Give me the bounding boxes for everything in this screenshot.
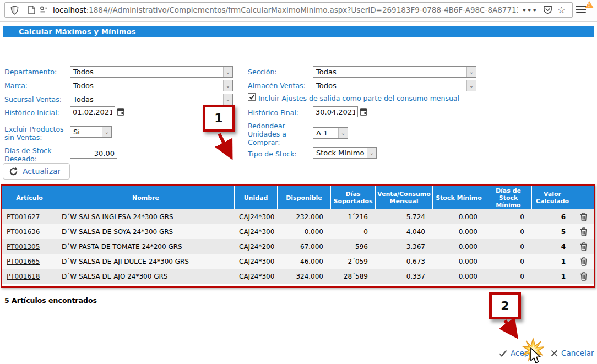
nombre-cell: D´W SALSA INGLESA 24*300 GRS (57, 213, 235, 221)
departamento-select[interactable]: Todos⌄ (70, 66, 233, 78)
toolbar-divider (23, 5, 23, 15)
redondear-select[interactable]: A 1⌄ (313, 127, 348, 139)
column-header[interactable]: Valor Calculado (532, 186, 573, 209)
tipo-stock-label: Tipo de Stock: (248, 150, 297, 158)
seccion-select[interactable]: Todas⌄ (313, 66, 476, 78)
callout-2: 2 (489, 292, 521, 319)
dias-stock-minimo-cell: 0 (485, 213, 532, 221)
dias-soportados-cell: 0 (331, 228, 376, 236)
column-header[interactable] (573, 186, 594, 209)
table-row: PT001618D´W SALSA DE AJO 24*300 GRSCAJ24… (2, 269, 594, 284)
historico-inicial-input[interactable] (70, 106, 115, 117)
callout-1-number: 1 (214, 111, 222, 125)
table-row: PT001665D´W SALSA DE AJI DULCE 24*300 GR… (2, 254, 594, 269)
valor-calculado-cell: 6 (532, 213, 573, 221)
cancelar-button[interactable]: Cancelar (551, 349, 594, 357)
tipo-stock-select[interactable]: Stock Mínimo⌄ (313, 147, 377, 159)
almacen-ventas-select[interactable]: Todos⌄ (313, 80, 476, 91)
page-actions-icon[interactable]: ••• (522, 6, 538, 14)
articulo-link[interactable]: PT001305 (7, 243, 40, 251)
calendar-icon[interactable] (115, 106, 126, 117)
address-bar[interactable]: localhost:1884//Administrativo/Complemen… (4, 2, 573, 18)
actualizar-button[interactable]: Actualizar (3, 163, 70, 180)
column-header[interactable]: Días de Stock Mínimo (485, 186, 532, 209)
articulo-link: PT001665 (2, 258, 57, 265)
delete-cell[interactable] (573, 257, 594, 266)
column-header[interactable]: Stock Mínimo (433, 186, 485, 209)
shield-icon[interactable] (8, 4, 20, 16)
articulo-link[interactable]: PT001665 (7, 258, 40, 265)
callout-1: 1 (203, 105, 235, 132)
column-header[interactable]: Venta/Consumo Mensual (376, 186, 433, 209)
dias-soportados-cell: 2´059 (331, 258, 376, 265)
refresh-icon (9, 167, 18, 176)
valor-calculado-cell: 5 (532, 228, 573, 236)
tipo-stock-value: Stock Mínimo (313, 149, 367, 157)
articulo-link: PT001636 (2, 228, 57, 236)
venta-consumo-cell: 5.724 (376, 213, 433, 221)
column-header[interactable]: Unidad (235, 186, 278, 209)
column-header[interactable]: Disponible (278, 186, 331, 209)
column-header[interactable]: Días Soportados (331, 186, 376, 209)
marca-select[interactable]: Todos⌄ (70, 80, 233, 91)
menu-icon[interactable] (576, 4, 590, 17)
close-icon (551, 350, 558, 357)
dias-stock-deseado-input[interactable] (70, 148, 117, 159)
articulo-link[interactable]: PT001636 (7, 228, 40, 236)
incluir-ajustes-label: Incluir Ajustes de salida como parte del… (258, 94, 459, 102)
url-text[interactable]: localhost:1884//Administrativo/Complemen… (53, 6, 518, 14)
nombre-cell: D´W SALSA DE AJO 24*300 GRS (57, 273, 235, 280)
marca-label: Marca: (4, 82, 28, 90)
delete-cell[interactable] (573, 213, 594, 221)
page-icon[interactable] (25, 4, 37, 16)
dias-stock-minimo-cell: 0 (485, 228, 532, 236)
sucursal-ventas-label: Sucursal Ventas: (4, 95, 62, 104)
url-host: localhost (53, 6, 86, 14)
column-header[interactable]: Nombre (57, 186, 235, 209)
articulo-link[interactable]: PT001627 (7, 213, 40, 221)
trash-icon (580, 257, 588, 266)
excluir-productos-label: Excluir Productos sin Ventas: (4, 125, 66, 142)
calendar-icon[interactable] (358, 106, 368, 117)
excluir-productos-select[interactable]: Si⌄ (70, 126, 112, 138)
nombre-cell: D´W SALSA DE SOYA 24*300 GRS (57, 228, 235, 236)
venta-consumo-cell: 4.040 (376, 228, 433, 236)
results-table-annotation-box: ArtículoNombreUnidadDisponibleDías Sopor… (1, 184, 595, 288)
aceptar-button[interactable]: Aceptar (498, 349, 539, 357)
unidad-cell: CAJ24*300 (235, 228, 278, 236)
disponible-cell: 0.000 (278, 228, 331, 236)
dias-stock-minimo-cell: 0 (485, 243, 532, 251)
unidad-cell: CAJ24*300 (235, 213, 278, 221)
app-page: Calcular Máximos y Mínimos Departamento:… (0, 23, 597, 364)
redondear-label: Redondear Unidades a Comprar: (248, 122, 298, 146)
delete-cell[interactable] (573, 227, 594, 236)
historico-final-input[interactable] (313, 106, 358, 117)
sucursal-ventas-select[interactable]: Todas⌄ (70, 94, 233, 105)
dias-stock-minimo-cell: 0 (485, 273, 532, 280)
permissions-icon[interactable] (37, 4, 50, 16)
page-title: Calcular Máximos y Mínimos (3, 26, 594, 37)
column-header[interactable]: Artículo (2, 186, 57, 209)
stock-minimo-cell: 0.000 (433, 258, 485, 265)
delete-cell[interactable] (573, 242, 594, 251)
aceptar-label: Aceptar (511, 349, 539, 357)
table-row: PT001305D´W PASTA DE TOMATE 24*200 GRSCA… (2, 239, 594, 254)
results-table-body: PT001627D´W SALSA INGLESA 24*300 GRSCAJ2… (2, 209, 594, 284)
bookmark-star-icon[interactable]: ☆ (557, 4, 566, 15)
pocket-icon[interactable] (542, 4, 554, 16)
delete-cell[interactable] (573, 272, 594, 281)
marca-value: Todos (70, 82, 223, 90)
historico-inicial-label: Histórico Inicial: (4, 108, 59, 117)
warning-badge (585, 1, 594, 8)
nombre-cell: D´W PASTA DE TOMATE 24*200 GRS (57, 243, 235, 251)
articulo-link[interactable]: PT001618 (7, 273, 40, 280)
check-icon (498, 350, 507, 357)
stock-minimo-cell: 0.000 (433, 243, 485, 251)
dias-stock-minimo-cell: 0 (485, 258, 532, 265)
dias-soportados-cell: 1´216 (331, 213, 376, 221)
incluir-ajustes-checkbox[interactable] (248, 93, 256, 101)
chevron-down-icon: ⌄ (102, 127, 111, 137)
table-row: PT001636D´W SALSA DE SOYA 24*300 GRSCAJ2… (2, 224, 594, 239)
almacen-ventas-value: Todos (313, 82, 466, 90)
results-count: 5 Artículos encontrados (4, 296, 97, 305)
